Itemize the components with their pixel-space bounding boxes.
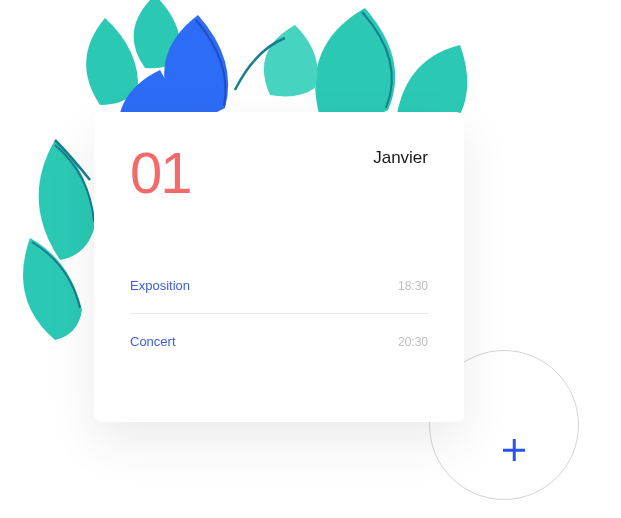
event-time: 18:30	[398, 279, 428, 293]
month-name: Janvier	[373, 148, 428, 168]
event-title: Exposition	[130, 278, 190, 293]
day-number: 01	[130, 144, 191, 202]
card-header: 01 Janvier	[130, 144, 428, 202]
event-row[interactable]: Concert 20:30	[130, 313, 428, 369]
events-list: Exposition 18:30 Concert 20:30	[130, 258, 428, 369]
plus-icon	[501, 437, 527, 463]
event-row[interactable]: Exposition 18:30	[130, 258, 428, 313]
day-card: 01 Janvier Exposition 18:30 Concert 20:3…	[94, 112, 464, 422]
event-title: Concert	[130, 334, 176, 349]
event-time: 20:30	[398, 335, 428, 349]
